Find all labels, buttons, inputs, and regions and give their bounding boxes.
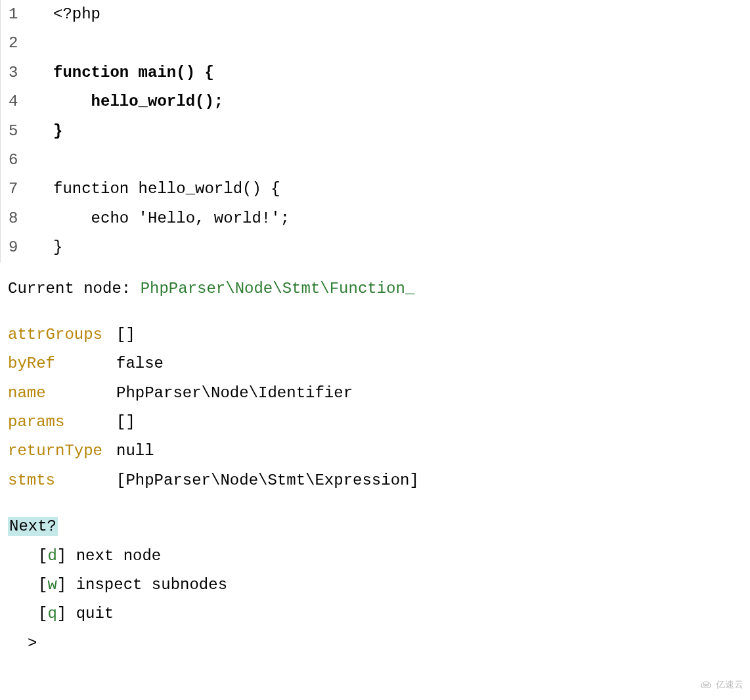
property-row: returnType null	[8, 437, 742, 466]
watermark-text: 亿速云	[716, 676, 743, 693]
line-number: 6	[1, 146, 33, 175]
bracket-close: ]	[57, 547, 76, 565]
property-value: [PhpParser\Node\Stmt\Expression]	[116, 466, 419, 495]
property-row: attrGroups []	[8, 320, 742, 349]
output-section: Current node: PhpParser\Node\Stmt\Functi…	[0, 263, 750, 667]
property-value: PhpParser\Node\Identifier	[116, 379, 353, 408]
property-value: []	[116, 408, 135, 437]
line-number: 3	[1, 58, 33, 87]
line-number: 7	[1, 175, 33, 204]
property-key: name	[8, 379, 116, 408]
cloud-icon	[700, 680, 713, 689]
code-line: 3 function main() {	[1, 58, 750, 87]
current-node-value: PhpParser\Node\Stmt\Function_	[141, 280, 415, 297]
watermark: 亿速云	[700, 676, 743, 693]
menu-item-quit[interactable]: [q] quit	[8, 600, 742, 628]
property-key: attrGroups	[8, 320, 116, 349]
property-value: []	[116, 320, 135, 349]
bracket-open: [	[38, 547, 47, 565]
properties-table: attrGroups [] byRef false name PhpParser…	[8, 320, 742, 495]
menu-key: d	[47, 547, 56, 565]
code-line: 6	[1, 146, 750, 175]
line-number: 5	[1, 117, 33, 146]
line-number: 2	[1, 29, 33, 58]
property-value: null	[116, 437, 154, 466]
menu-key: q	[47, 605, 56, 623]
line-number: 8	[1, 204, 33, 233]
menu-title-line: Next?	[8, 512, 742, 541]
property-row: params []	[8, 408, 742, 437]
property-key: params	[8, 408, 116, 437]
menu-item-inspect-subnodes[interactable]: [w] inspect subnodes	[8, 571, 742, 600]
line-content: }	[33, 117, 62, 146]
code-line: 4 hello_world();	[1, 87, 750, 116]
menu-label: inspect subnodes	[76, 576, 227, 594]
line-number: 4	[1, 87, 33, 116]
code-line: 5 }	[1, 117, 750, 146]
property-row: stmts [PhpParser\Node\Stmt\Expression]	[8, 466, 742, 495]
code-line: 1 <?php	[1, 0, 750, 29]
bracket-close: ]	[57, 576, 76, 594]
property-key: returnType	[8, 437, 116, 466]
line-content: }	[33, 233, 62, 262]
menu-section: Next? [d] next node [w] inspect subnodes…	[8, 512, 742, 658]
line-number: 1	[1, 0, 33, 29]
menu-key: w	[47, 576, 56, 594]
property-row: name PhpParser\Node\Identifier	[8, 379, 742, 408]
prompt-symbol: >	[28, 634, 37, 652]
line-content: echo 'Hello, world!';	[33, 204, 290, 233]
svg-point-0	[704, 684, 706, 686]
menu-item-next-node[interactable]: [d] next node	[8, 542, 742, 571]
line-content: function main() {	[33, 58, 214, 87]
line-number: 9	[1, 233, 33, 262]
property-row: byRef false	[8, 349, 742, 378]
line-content: <?php	[33, 0, 100, 29]
input-prompt[interactable]: >	[8, 629, 742, 658]
current-node-line: Current node: PhpParser\Node\Stmt\Functi…	[8, 274, 742, 303]
property-value: false	[116, 349, 164, 378]
line-content: hello_world();	[33, 87, 223, 116]
menu-title: Next?	[8, 517, 58, 536]
bracket-open: [	[38, 576, 47, 594]
bracket-open: [	[38, 605, 47, 623]
code-line: 2	[1, 29, 750, 58]
code-line: 7 function hello_world() {	[1, 175, 750, 204]
menu-label: quit	[76, 605, 114, 623]
menu-label: next node	[76, 547, 162, 565]
code-line: 8 echo 'Hello, world!';	[1, 204, 750, 233]
svg-point-1	[707, 684, 709, 686]
code-listing: 1 <?php 2 3 function main() { 4 hello_wo…	[0, 0, 750, 263]
line-content: function hello_world() {	[33, 175, 280, 204]
property-key: byRef	[8, 349, 116, 378]
property-key: stmts	[8, 466, 116, 495]
current-node-label: Current node:	[8, 280, 141, 297]
bracket-close: ]	[57, 605, 76, 623]
code-line: 9 }	[1, 233, 750, 262]
